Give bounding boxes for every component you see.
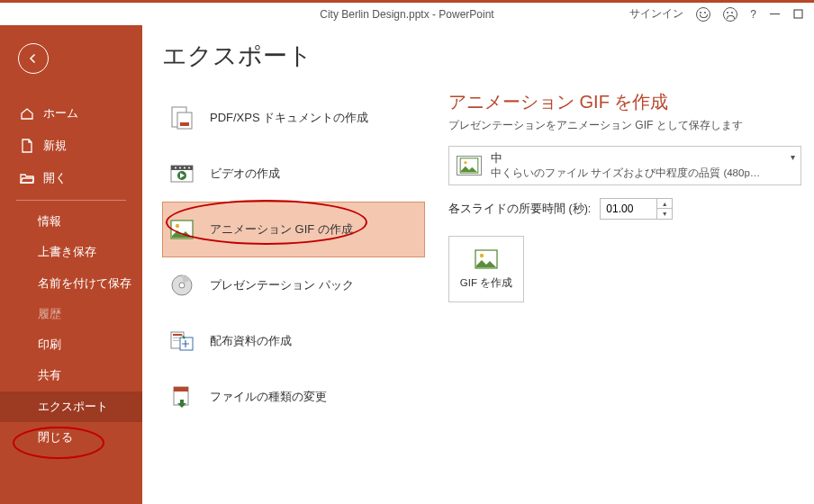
nav-history: 履歴 bbox=[0, 299, 142, 329]
nav-new[interactable]: 新規 bbox=[0, 130, 142, 162]
nav-info[interactable]: 情報 bbox=[0, 206, 142, 237]
page-title: エクスポート bbox=[162, 40, 796, 72]
signin-link[interactable]: サインイン bbox=[629, 6, 683, 22]
minimize-button[interactable] bbox=[769, 9, 780, 19]
nav-print[interactable]: 印刷 bbox=[0, 329, 142, 360]
quality-label: 中 bbox=[491, 151, 761, 166]
chevron-down-icon: ▾ bbox=[791, 152, 795, 162]
svg-point-13 bbox=[176, 224, 179, 228]
nav-close[interactable]: 閉じる bbox=[0, 422, 142, 453]
timing-row: 各スライドの所要時間 (秒): ▲ ▼ bbox=[448, 198, 801, 220]
svg-point-7 bbox=[175, 167, 176, 169]
title-bar: City Berlin Design.pptx - PowerPoint サイン… bbox=[0, 3, 814, 25]
export-gif-label: アニメーション GIF の作成 bbox=[210, 221, 353, 238]
feedback-sad-icon[interactable] bbox=[723, 7, 737, 22]
svg-point-9 bbox=[184, 167, 185, 169]
export-video-label: ビデオの作成 bbox=[210, 166, 280, 182]
svg-point-10 bbox=[188, 167, 190, 169]
export-filetype[interactable]: ファイルの種類の変更 bbox=[162, 369, 425, 425]
timing-input[interactable] bbox=[601, 202, 656, 215]
svg-point-26 bbox=[480, 253, 484, 256]
pdfxps-icon bbox=[168, 104, 195, 131]
svg-point-24 bbox=[464, 161, 466, 164]
feedback-smile-icon[interactable] bbox=[696, 7, 710, 22]
gif-icon bbox=[168, 216, 195, 243]
maximize-button[interactable] bbox=[792, 9, 803, 19]
spinner-up[interactable]: ▲ bbox=[657, 199, 672, 209]
export-handouts-label: 配布資料の作成 bbox=[210, 333, 292, 349]
export-gif[interactable]: アニメーション GIF の作成 bbox=[162, 202, 425, 257]
nav-home-label: ホーム bbox=[43, 105, 78, 122]
handouts-icon bbox=[168, 328, 195, 355]
svg-rect-4 bbox=[180, 122, 189, 126]
open-icon bbox=[20, 171, 34, 185]
gif-heading: アニメーション GIF を作成 bbox=[448, 90, 801, 114]
export-pdfxps-label: PDF/XPS ドキュメントの作成 bbox=[210, 110, 368, 126]
package-icon bbox=[168, 272, 195, 299]
nav-export[interactable]: エクスポート bbox=[0, 392, 142, 422]
back-button[interactable] bbox=[18, 43, 49, 74]
create-gif-icon bbox=[475, 249, 498, 269]
nav-open[interactable]: 開く bbox=[0, 162, 142, 194]
help-button[interactable]: ? bbox=[750, 8, 756, 21]
timing-spinner[interactable]: ▲ ▼ bbox=[600, 198, 673, 220]
gif-settings-pane: アニメーション GIF を作成 プレゼンテーションをアニメーション GIF とし… bbox=[448, 90, 801, 302]
export-options-list: PDF/XPS ドキュメントの作成 ビデオの作成 アニメーション GIF の作成… bbox=[162, 90, 425, 425]
create-gif-label: GIF を作成 bbox=[460, 276, 512, 290]
export-package[interactable]: プレゼンテーション パック bbox=[162, 257, 425, 313]
nav-home[interactable]: ホーム bbox=[0, 97, 142, 130]
svg-rect-3 bbox=[177, 112, 192, 129]
nav-share[interactable]: 共有 bbox=[0, 360, 142, 391]
export-video[interactable]: ビデオの作成 bbox=[162, 146, 425, 202]
nav-divider bbox=[16, 200, 126, 201]
main-content: エクスポート PDF/XPS ドキュメントの作成 ビデオの作成 アニメーション … bbox=[142, 25, 814, 504]
video-icon bbox=[168, 160, 195, 187]
new-icon bbox=[20, 139, 34, 153]
create-gif-button[interactable]: GIF を作成 bbox=[448, 236, 524, 302]
nav-saveas[interactable]: 名前を付けて保存 bbox=[0, 268, 142, 299]
export-filetype-label: ファイルの種類の変更 bbox=[210, 389, 327, 405]
nav-open-label: 開く bbox=[43, 170, 67, 186]
spinner-down[interactable]: ▼ bbox=[657, 209, 672, 219]
backstage-sidebar: ホーム 新規 開く 情報 上書き保存 名前を付けて保存 履歴 印刷 共有 エクス… bbox=[0, 25, 142, 504]
svg-rect-17 bbox=[173, 334, 182, 336]
export-pdfxps[interactable]: PDF/XPS ドキュメントの作成 bbox=[162, 90, 425, 146]
svg-rect-22 bbox=[174, 387, 188, 392]
svg-rect-1 bbox=[794, 10, 802, 18]
gif-quality-dropdown[interactable]: 中 中くらいのファイル サイズおよび中程度の品質 (480p、15f… ▾ bbox=[448, 146, 801, 185]
home-icon bbox=[20, 106, 34, 121]
svg-point-8 bbox=[179, 167, 181, 169]
quality-sub: 中くらいのファイル サイズおよび中程度の品質 (480p、15f… bbox=[491, 166, 761, 180]
gif-description: プレゼンテーションをアニメーション GIF として保存します bbox=[448, 118, 801, 133]
export-handouts[interactable]: 配布資料の作成 bbox=[162, 313, 425, 369]
nav-new-label: 新規 bbox=[43, 138, 67, 154]
filetype-icon bbox=[168, 383, 195, 410]
timing-label: 各スライドの所要時間 (秒): bbox=[448, 202, 591, 217]
export-package-label: プレゼンテーション パック bbox=[210, 277, 354, 293]
nav-save[interactable]: 上書き保存 bbox=[0, 237, 142, 267]
quality-icon bbox=[457, 156, 482, 176]
